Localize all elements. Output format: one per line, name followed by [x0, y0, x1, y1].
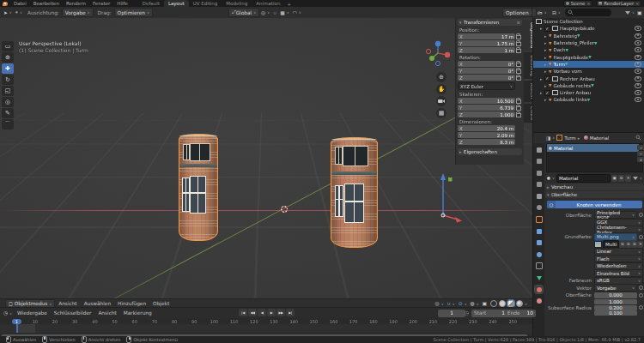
oberflaeche-panel-header[interactable]: ▾Oberfläche: [545, 191, 644, 198]
move-gizmo[interactable]: [434, 171, 472, 224]
drag-dropdown[interactable]: Optimieren∨: [114, 8, 153, 17]
shading-rendered-icon[interactable]: [516, 300, 523, 307]
object-data-properties-tab[interactable]: [535, 274, 543, 282]
shading-wireframe-icon[interactable]: [490, 300, 497, 307]
outliner-row-geb-ude-rechts[interactable]: ▸▼Gebäude rechts▼: [533, 82, 644, 89]
lock-icon[interactable]: [516, 35, 521, 39]
navigation-gizmo[interactable]: [422, 39, 453, 69]
lock-icon[interactable]: [516, 113, 521, 117]
axis-z-ball[interactable]: [435, 41, 440, 46]
rotation-y-field[interactable]: Y0°: [458, 68, 515, 74]
shading-material-preview-icon[interactable]: [507, 300, 514, 307]
eigenschaften-panel-header[interactable]: ▸ Eigenschaften: [458, 148, 522, 155]
visibility-eye-icon[interactable]: [635, 40, 641, 45]
viewport-menu-hinzufügen[interactable]: Hinzufügen: [114, 300, 149, 307]
material-name-field[interactable]: Material: [556, 174, 611, 183]
viewport-menu-objekt[interactable]: Objekt: [149, 300, 173, 307]
outliner-row-bahnsteig-pfeiler[interactable]: ▸▼Bahnsteig_Pfeiler▼: [533, 39, 644, 46]
outliner-root-row[interactable]: Scene Collection: [533, 18, 644, 25]
select-box-tool-icon[interactable]: ▭: [2, 41, 14, 51]
workspace-tab-animation[interactable]: Animation: [252, 0, 284, 7]
outliner-row-hauptgeb-ude[interactable]: ▸✓Hauptgebäude: [533, 25, 644, 32]
dimension-y-field[interactable]: Y2.09 m: [458, 132, 515, 138]
render-layer-unlink-icon[interactable]: ✕: [635, 2, 639, 6]
collection-checkbox[interactable]: ✓: [544, 26, 550, 32]
material-specials-icon[interactable]: ∨: [632, 174, 643, 182]
panel-pin-icon[interactable]: ≡: [516, 20, 520, 25]
particles-properties-tab[interactable]: [535, 239, 543, 247]
outliner-row-linker-anbau[interactable]: ▸✓Linker Anbau: [533, 89, 644, 96]
menu-bearbeiten[interactable]: Bearbeiten: [30, 1, 63, 6]
unlink-material-icon[interactable]: ✕: [625, 175, 631, 182]
value-slider[interactable]: 0.000: [594, 292, 637, 298]
outliner-row-geb-ude-links[interactable]: ▸▼Gebäude links▼: [533, 96, 644, 103]
current-frame-field[interactable]: 1: [438, 310, 465, 317]
snap-toggle-icon[interactable]: ∪∨: [446, 300, 457, 307]
rotation-x-field[interactable]: X0°: [458, 61, 515, 67]
shading-dropdown-caret[interactable]: ∨: [525, 302, 527, 306]
lock-icon[interactable]: [516, 63, 521, 67]
breadcrumb-object[interactable]: Turm: [564, 135, 576, 141]
outliner-row-vorbau-vorn[interactable]: ▸▼Vorbau vorn: [533, 68, 644, 75]
lock-icon[interactable]: [516, 49, 521, 53]
visibility-eye-icon[interactable]: [635, 83, 641, 88]
material-slot-row[interactable]: Material: [547, 144, 639, 152]
start-frame-field[interactable]: Start1: [471, 310, 507, 317]
material-properties-tab[interactable]: [535, 286, 543, 293]
fake-user-shield-icon[interactable]: ⧉: [619, 241, 625, 248]
lock-icon[interactable]: [516, 42, 521, 46]
viewport-3d[interactable]: User Perspective (Lokal) (1) Scene Colle…: [0, 18, 532, 298]
annotate-tool-icon[interactable]: ✎: [2, 108, 14, 118]
duplicate-image-icon[interactable]: ⧉: [625, 241, 631, 248]
texture-properties-tab[interactable]: [535, 298, 543, 305]
scene-properties-tab[interactable]: [535, 192, 543, 200]
vorschau-panel-header[interactable]: ▸Vorschau: [545, 184, 644, 190]
search-icon[interactable]: [635, 135, 641, 141]
workspace-tab-layout[interactable]: Layout: [164, 0, 189, 7]
physics-properties-tab[interactable]: [535, 250, 543, 258]
transform-pivot-icon[interactable]: ◎∨: [434, 300, 446, 307]
unlink-image-icon[interactable]: ✕: [637, 241, 643, 248]
world-properties-tab[interactable]: [535, 204, 543, 212]
orientation-dropdown[interactable]: ⤢ Global∨: [228, 8, 259, 17]
timeline-menu-schlsselbilder[interactable]: Schlüsselbilder: [51, 310, 95, 316]
blender-logo-icon[interactable]: [3, 2, 8, 6]
slot-specials-button[interactable]: ∨: [637, 157, 644, 162]
position-y-field[interactable]: Y1.75 m: [458, 40, 515, 46]
timeline-track[interactable]: [0, 324, 532, 333]
outliner-filter-dropdown[interactable]: ⊟∨: [550, 9, 562, 16]
position-z-field[interactable]: Z1 m: [458, 47, 515, 53]
lock-icon[interactable]: [516, 69, 521, 74]
scene-unlink-icon[interactable]: ✕: [587, 2, 591, 6]
camera-view-icon[interactable]: [436, 96, 447, 106]
animate-property-dot[interactable]: [639, 305, 643, 310]
ausrichtung-dropdown[interactable]: Vorgabe∨: [62, 8, 94, 17]
lock-icon[interactable]: [516, 99, 521, 104]
axis-z-neg-ball[interactable]: [435, 61, 440, 65]
shading-solid-icon[interactable]: [499, 300, 506, 307]
unpack-image-icon[interactable]: ⧉: [631, 241, 637, 248]
scale-x-field[interactable]: X10.500: [458, 98, 515, 104]
timeline-menu-wiedergabe[interactable]: Wiedergabe: [14, 310, 51, 316]
scene-selector[interactable]: Scene ✕: [563, 0, 593, 7]
tweak-options-icon[interactable]: ⌖∨: [14, 9, 24, 16]
render-layer-selector[interactable]: RenderLayer ✕: [596, 0, 641, 7]
editor-type-icon[interactable]: ◨∨: [546, 134, 555, 141]
menu-hilfe[interactable]: Hilfe: [113, 1, 131, 6]
vector-component-field[interactable]: 0.200: [594, 305, 637, 310]
transform-tool-icon[interactable]: ◎: [2, 97, 14, 107]
gizmo-dropdown-icon[interactable]: ⊙∨: [457, 300, 469, 307]
duplicate-material-icon[interactable]: ⧉: [618, 175, 624, 182]
visibility-eye-icon[interactable]: [635, 33, 641, 39]
workspace-tab-default[interactable]: Default: [138, 0, 164, 7]
xray-toggle-icon[interactable]: ▣: [481, 300, 489, 307]
rotation-mode-dropdown[interactable]: XYZ Euler∨: [458, 82, 515, 90]
outliner-search-input[interactable]: [565, 9, 611, 16]
viewport-menu-auswahlen[interactable]: Auswählen: [81, 300, 114, 307]
prev-keyframe-button[interactable]: ◀◀: [248, 309, 257, 316]
rotate-tool-icon[interactable]: ↻: [2, 75, 14, 85]
new-collection-icon[interactable]: ▣: [635, 9, 643, 16]
outliner-row-rechter-anbau[interactable]: ▸✓Rechter Anbau: [533, 75, 644, 81]
outliner-restriction-funnel-icon[interactable]: ∨: [623, 9, 636, 16]
outliner-row-turm[interactable]: ▸▼Turm▼: [533, 61, 644, 68]
